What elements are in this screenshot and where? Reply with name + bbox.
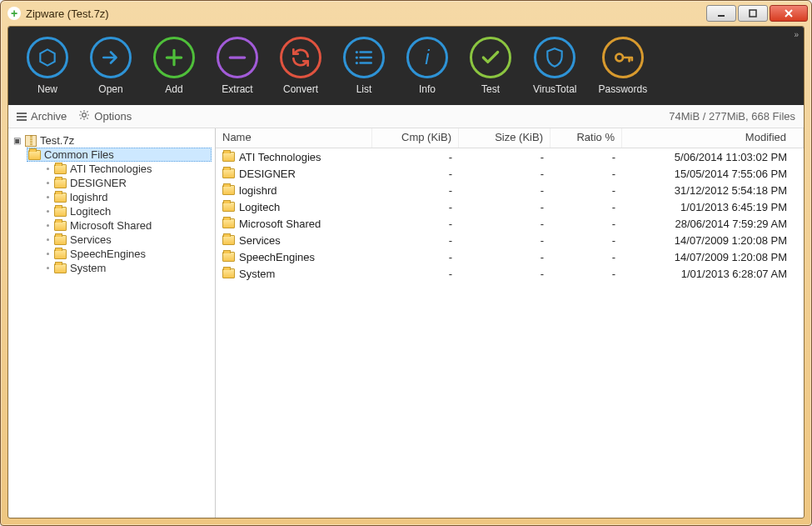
tree-node-common-files[interactable]: Common Files xyxy=(27,148,212,162)
table-row[interactable]: SpeechEngines - - - 14/07/2009 1:20:08 P… xyxy=(216,248,804,265)
cell-cmp: - xyxy=(372,148,459,166)
tree-dot-icon xyxy=(47,267,49,269)
main-toolbar: » NewOpenAddExtractConvertListiInfoTestV… xyxy=(8,27,804,105)
tree-node[interactable]: Logitech xyxy=(45,204,212,218)
folder-icon xyxy=(54,249,67,259)
plus-icon xyxy=(153,37,195,78)
toolbar-passwords-button[interactable]: Passwords xyxy=(598,37,647,95)
list-icon xyxy=(343,37,385,78)
cell-cmp: - xyxy=(372,232,459,249)
collapse-icon[interactable]: ▣ xyxy=(13,136,22,145)
table-row[interactable]: Microsoft Shared - - - 28/06/2014 7:59:2… xyxy=(216,215,804,232)
maximize-button[interactable] xyxy=(738,5,768,22)
cell-size: - xyxy=(459,148,550,166)
table-row[interactable]: Services - - - 14/07/2009 1:20:08 PM xyxy=(216,232,804,248)
client-area: » NewOpenAddExtractConvertListiInfoTestV… xyxy=(7,26,805,518)
cell-cmp: - xyxy=(372,265,459,283)
app-window: + Zipware (Test.7z) » NewOpenAddExtractC… xyxy=(0,0,812,526)
cell-modified: 31/12/2012 5:54:18 PM xyxy=(622,182,804,199)
tree-root-label: Test.7z xyxy=(40,134,74,147)
gear-icon xyxy=(78,109,90,123)
content-panes: ▣ Test.7z Common Files ATI TechnologiesD… xyxy=(8,128,804,518)
tree-node-label: System xyxy=(70,262,106,274)
folder-icon xyxy=(54,164,67,174)
list-body[interactable]: ATI Technologies - - - 5/06/2014 11:03:0… xyxy=(216,148,804,518)
close-button[interactable] xyxy=(770,5,808,22)
toolbar-label: VirusTotal xyxy=(533,83,576,95)
tree-dot-icon xyxy=(47,182,49,184)
window-controls xyxy=(706,5,808,22)
tree-node-label: Services xyxy=(70,233,112,246)
col-ratio[interactable]: Ratio % xyxy=(550,128,622,148)
tree-node[interactable]: logishrd xyxy=(45,190,212,204)
toolbar-label: Passwords xyxy=(598,83,647,95)
toolbar-extract-button[interactable]: Extract xyxy=(217,37,258,95)
cell-size: - xyxy=(459,198,550,216)
secondary-bar: Archive Options 74MiB / 277MiB, 668 File… xyxy=(8,105,804,128)
col-cmp[interactable]: Cmp (KiB) xyxy=(372,128,459,148)
col-size[interactable]: Size (KiB) xyxy=(459,128,550,148)
cell-ratio: - xyxy=(550,215,622,233)
cell-ratio: - xyxy=(550,265,622,283)
cell-modified: 1/01/2013 6:45:19 PM xyxy=(622,198,804,216)
table-row[interactable]: DESIGNER - - - 15/05/2014 7:55:06 PM xyxy=(216,165,804,182)
table-row[interactable]: System - - - 1/01/2013 6:28:07 AM xyxy=(216,265,804,282)
tree-node[interactable]: System xyxy=(45,261,212,275)
toolbar-add-button[interactable]: Add xyxy=(153,37,195,95)
folder-icon xyxy=(54,193,67,203)
archive-icon xyxy=(25,135,37,147)
col-modified[interactable]: Modified xyxy=(622,128,804,148)
toolbar-label: List xyxy=(356,83,372,95)
toolbar-open-button[interactable]: Open xyxy=(90,37,132,95)
folder-tree[interactable]: ▣ Test.7z Common Files ATI TechnologiesD… xyxy=(8,128,216,518)
tree-dot-icon xyxy=(47,238,49,241)
cell-ratio: - xyxy=(550,165,622,183)
tree-root[interactable]: ▣ Test.7z xyxy=(12,133,212,148)
check-icon xyxy=(470,37,511,78)
tree-dot-icon xyxy=(47,210,49,213)
tree-dot-icon xyxy=(47,253,49,255)
app-icon: + xyxy=(7,7,21,20)
toolbar-virustotal-button[interactable]: VirusTotal xyxy=(533,37,576,95)
toolbar-convert-button[interactable]: Convert xyxy=(280,37,321,95)
cell-ratio: - xyxy=(550,198,622,216)
tree-node[interactable]: ATI Technologies xyxy=(45,162,212,176)
tree-node[interactable]: SpeechEngines xyxy=(45,247,212,261)
cell-ratio: - xyxy=(550,148,622,166)
cell-cmp: - xyxy=(372,182,459,199)
toolbar-info-button[interactable]: iInfo xyxy=(406,37,448,95)
svg-text:i: i xyxy=(425,47,430,68)
cell-modified: 14/07/2009 1:20:08 PM xyxy=(622,248,804,266)
cell-name: logishrd xyxy=(239,184,277,197)
cell-size: - xyxy=(459,215,550,233)
cell-size: - xyxy=(459,248,550,266)
tree-node[interactable]: DESIGNER xyxy=(45,176,212,190)
tree-node[interactable]: Microsoft Shared xyxy=(45,218,212,233)
tree-node-label: ATI Technologies xyxy=(70,163,152,175)
minimize-button[interactable] xyxy=(706,5,736,22)
arrow-right-icon xyxy=(90,37,132,78)
archive-menu[interactable]: Archive xyxy=(17,109,67,123)
table-row[interactable]: Logitech - - - 1/01/2013 6:45:19 PM xyxy=(216,198,804,215)
toolbar-label: Convert xyxy=(283,83,318,95)
col-name[interactable]: Name xyxy=(216,128,372,148)
folder-icon xyxy=(222,268,235,278)
folder-icon xyxy=(222,185,235,195)
table-row[interactable]: ATI Technologies - - - 5/06/2014 11:03:0… xyxy=(216,148,804,165)
toolbar-test-button[interactable]: Test xyxy=(470,37,511,95)
key-icon xyxy=(602,37,644,78)
cell-size: - xyxy=(459,232,550,249)
cell-size: - xyxy=(459,265,550,283)
cell-name: DESIGNER xyxy=(239,168,296,180)
cell-size: - xyxy=(459,165,550,183)
folder-icon xyxy=(222,168,235,178)
options-menu[interactable]: Options xyxy=(78,109,132,123)
title-bar: + Zipware (Test.7z) xyxy=(1,1,811,26)
toolbar-new-button[interactable]: New xyxy=(27,37,68,95)
svg-rect-1 xyxy=(750,10,756,17)
list-header: Name Cmp (KiB) Size (KiB) Ratio % Modifi… xyxy=(216,128,804,148)
toolbar-overflow-icon[interactable]: » xyxy=(794,30,799,39)
tree-node[interactable]: Services xyxy=(45,233,212,247)
table-row[interactable]: logishrd - - - 31/12/2012 5:54:18 PM xyxy=(216,182,804,198)
toolbar-list-button[interactable]: List xyxy=(343,37,385,95)
